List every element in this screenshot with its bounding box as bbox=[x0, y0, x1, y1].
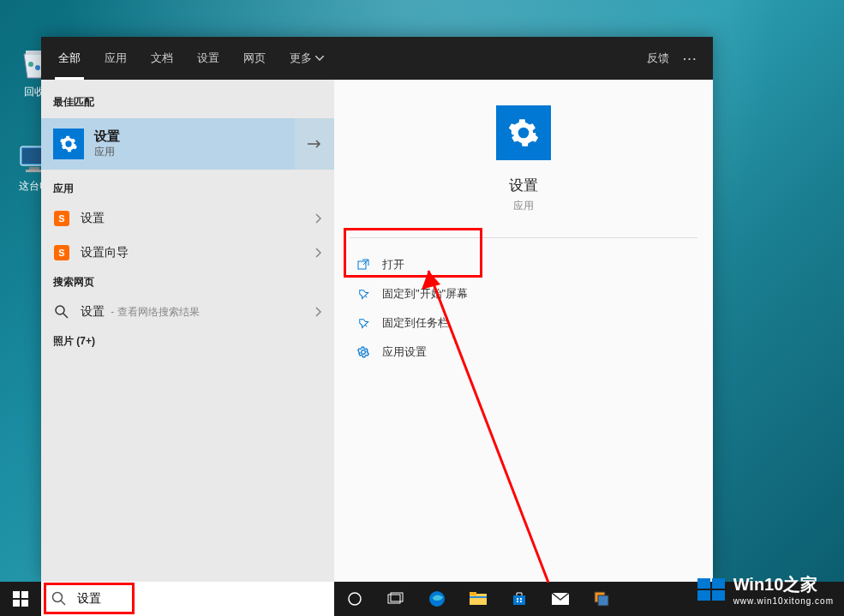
gear-icon bbox=[356, 345, 370, 359]
sogou-icon: S bbox=[53, 244, 70, 261]
gear-icon bbox=[496, 105, 551, 160]
search-panel-header: 全部 应用 文档 设置 网页 更多 反馈 ··· bbox=[41, 37, 713, 80]
gear-icon bbox=[53, 129, 84, 159]
tab-all[interactable]: 全部 bbox=[57, 37, 82, 80]
action-list: 打开 固定到"开始"屏幕 固定到任务栏 bbox=[350, 250, 697, 367]
svg-rect-28 bbox=[517, 598, 518, 600]
section-web: 搜索网页 bbox=[41, 270, 334, 295]
watermark-url: www.win10xitong.com bbox=[733, 596, 834, 606]
expand-arrow[interactable] bbox=[295, 118, 334, 170]
best-match-main[interactable]: 设置 应用 bbox=[41, 118, 295, 170]
svg-text:S: S bbox=[58, 213, 64, 224]
svg-rect-15 bbox=[21, 591, 28, 598]
svg-line-12 bbox=[63, 314, 68, 318]
svg-rect-31 bbox=[520, 601, 522, 602]
search-input[interactable] bbox=[67, 582, 334, 616]
svg-rect-17 bbox=[21, 600, 28, 607]
svg-rect-30 bbox=[517, 601, 518, 602]
svg-rect-29 bbox=[520, 598, 522, 600]
feedback-link[interactable]: 反馈 bbox=[647, 51, 669, 66]
divider bbox=[350, 237, 697, 238]
result-sub: - 查看网络搜索结果 bbox=[108, 306, 200, 318]
action-label: 固定到任务栏 bbox=[382, 315, 449, 331]
tab-web[interactable]: 网页 bbox=[242, 37, 267, 80]
svg-rect-0 bbox=[26, 51, 43, 55]
svg-rect-25 bbox=[470, 592, 476, 595]
svg-rect-27 bbox=[513, 595, 525, 605]
best-match-result[interactable]: 设置 应用 bbox=[41, 118, 334, 170]
search-panel: 全部 应用 文档 设置 网页 更多 反馈 ··· 最佳匹配 设置 bbox=[41, 37, 713, 582]
svg-line-19 bbox=[61, 601, 65, 605]
tab-apps[interactable]: 应用 bbox=[103, 37, 129, 80]
svg-rect-6 bbox=[26, 170, 43, 172]
search-icon bbox=[53, 303, 70, 320]
svg-rect-16 bbox=[13, 600, 20, 607]
action-label: 固定到"开始"屏幕 bbox=[382, 286, 468, 302]
action-app-settings[interactable]: 应用设置 bbox=[350, 338, 697, 367]
mail-icon[interactable] bbox=[540, 582, 581, 616]
svg-rect-34 bbox=[598, 595, 608, 606]
best-match-text: 设置 应用 bbox=[94, 129, 120, 159]
task-view-icon[interactable] bbox=[375, 582, 416, 616]
vmware-icon[interactable] bbox=[581, 582, 622, 616]
result-app-2[interactable]: S 设置向导 bbox=[41, 236, 334, 270]
open-icon bbox=[356, 258, 370, 272]
tab-more[interactable]: 更多 bbox=[288, 37, 326, 80]
best-match-title: 设置 bbox=[94, 129, 120, 145]
result-web-1[interactable]: 设置 - 查看网络搜索结果 bbox=[41, 295, 334, 329]
tab-settings[interactable]: 设置 bbox=[195, 37, 221, 80]
detail-column: 设置 应用 打开 固定到"开始"屏幕 bbox=[334, 80, 713, 582]
tab-more-label: 更多 bbox=[290, 51, 312, 66]
svg-point-20 bbox=[349, 593, 361, 605]
section-photos: 照片 (7+) bbox=[41, 329, 334, 354]
svg-rect-26 bbox=[470, 596, 487, 598]
cortana-icon[interactable] bbox=[334, 582, 375, 616]
taskbar-search[interactable] bbox=[41, 582, 334, 616]
detail-sub: 应用 bbox=[513, 199, 534, 213]
taskbar-icons bbox=[334, 582, 622, 616]
svg-point-18 bbox=[53, 593, 63, 602]
svg-rect-14 bbox=[13, 591, 20, 598]
svg-point-1 bbox=[28, 62, 33, 67]
explorer-icon[interactable] bbox=[458, 582, 499, 616]
watermark: Win10之家 www.win10xitong.com bbox=[697, 573, 834, 606]
windows-icon bbox=[13, 591, 28, 607]
action-pin-start[interactable]: 固定到"开始"屏幕 bbox=[350, 279, 697, 308]
search-panel-body: 最佳匹配 设置 应用 应用 bbox=[41, 80, 713, 582]
tab-documents[interactable]: 文档 bbox=[149, 37, 175, 80]
svg-point-2 bbox=[35, 65, 40, 70]
start-button[interactable] bbox=[0, 582, 41, 616]
store-icon[interactable] bbox=[499, 582, 540, 616]
search-tabs: 全部 应用 文档 设置 网页 更多 bbox=[57, 37, 647, 80]
svg-rect-13 bbox=[358, 261, 366, 269]
pin-icon bbox=[356, 316, 370, 330]
section-apps: 应用 bbox=[41, 176, 334, 201]
chevron-right-icon bbox=[315, 248, 322, 258]
action-pin-taskbar[interactable]: 固定到任务栏 bbox=[350, 308, 697, 338]
best-match-sub: 应用 bbox=[94, 145, 120, 159]
result-label: 设置向导 bbox=[81, 245, 129, 260]
svg-text:S: S bbox=[58, 248, 64, 258]
detail-title: 设置 bbox=[509, 176, 538, 195]
svg-rect-5 bbox=[29, 167, 39, 170]
arrow-right-icon bbox=[308, 139, 321, 149]
action-label: 应用设置 bbox=[382, 344, 427, 360]
more-options-icon[interactable]: ··· bbox=[683, 52, 697, 65]
pin-icon bbox=[356, 287, 370, 301]
edge-icon[interactable] bbox=[416, 582, 458, 616]
sogou-icon: S bbox=[53, 210, 70, 227]
search-icon bbox=[51, 591, 67, 607]
section-best-match: 最佳匹配 bbox=[41, 90, 334, 115]
svg-point-11 bbox=[56, 306, 64, 314]
action-label: 打开 bbox=[382, 257, 404, 272]
windows-logo-icon bbox=[697, 578, 727, 601]
result-label: 设置 bbox=[81, 304, 105, 318]
action-open[interactable]: 打开 bbox=[350, 250, 697, 279]
result-label: 设置 bbox=[81, 211, 105, 226]
result-app-1[interactable]: S 设置 bbox=[41, 201, 334, 236]
chevron-right-icon bbox=[315, 213, 322, 224]
chevron-right-icon bbox=[315, 307, 322, 317]
watermark-title: Win10之家 bbox=[733, 575, 818, 594]
results-column: 最佳匹配 设置 应用 应用 bbox=[41, 80, 334, 582]
chevron-down-icon bbox=[315, 56, 324, 61]
